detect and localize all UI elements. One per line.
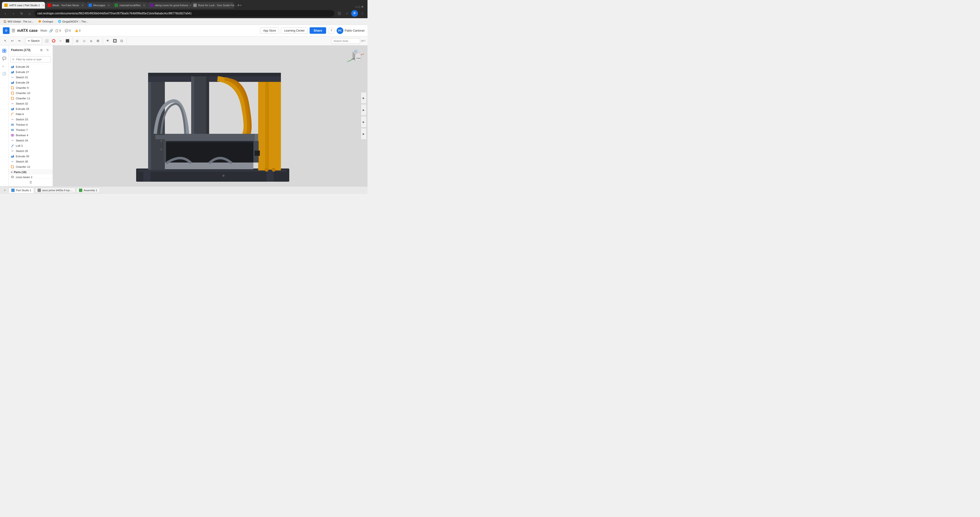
feature-item-sketch34[interactable]: ✏ Sketch 34	[9, 138, 52, 143]
home-button[interactable]: ⌂	[26, 10, 33, 17]
feature-item-sketch35[interactable]: ✏ Sketch 35	[9, 148, 52, 154]
tool-cylinder[interactable]: ⭕	[50, 38, 57, 44]
parts-section-header[interactable]: ▼ Parts (18)	[9, 169, 52, 174]
close-btn[interactable]: ✕	[361, 5, 364, 9]
tool-fillet[interactable]: ◎	[74, 38, 81, 44]
feature-item-extrude27[interactable]: Extrude 27	[9, 69, 52, 75]
profile-btn[interactable]: P	[351, 10, 358, 17]
feature-item-extrude29[interactable]: Extrude 29	[9, 80, 52, 85]
svg-marker-10	[13, 81, 14, 84]
tool-select[interactable]: ↖	[2, 38, 9, 44]
view-cube[interactable]: Z X Y Left Front	[345, 48, 364, 67]
tool-pattern[interactable]: ⊞	[95, 38, 102, 44]
right-panel-btn-3[interactable]: ▶	[361, 116, 366, 128]
feature-filter-input[interactable]	[11, 56, 51, 62]
svg-marker-8	[13, 70, 14, 73]
feature-item-chamfer12[interactable]: Chamfer 12	[9, 164, 52, 169]
right-panel-btn-2[interactable]: ▶	[361, 104, 366, 116]
refresh-button[interactable]: ↻	[18, 10, 25, 17]
feature-panel-collapse-btn[interactable]: ☰	[28, 180, 33, 185]
link-icon[interactable]: 🔗	[49, 29, 53, 33]
feature-item-sketch32[interactable]: ✏ Sketch 32	[9, 101, 52, 106]
tab-close-4[interactable]: ✕	[143, 4, 145, 7]
address-input[interactable]	[35, 10, 334, 17]
menu-btn[interactable]: ⋮	[359, 10, 366, 17]
base-detail-left	[143, 170, 151, 182]
sidebar-icon-history[interactable]: 🕐	[1, 70, 8, 77]
tab-close-2[interactable]: ✕	[81, 4, 83, 7]
bookmark-ginga[interactable]: 🌐 GingaDADDY :: The...	[56, 19, 89, 24]
sidebar-icon-chat[interactable]: 💬	[1, 55, 8, 62]
tool-view2[interactable]: 🔲	[111, 38, 118, 44]
sidebar-icon-variables[interactable]: 𝑥	[1, 63, 8, 69]
feature-item-fillet6[interactable]: Fillet 6	[9, 112, 52, 117]
search-tools-input[interactable]	[331, 38, 360, 44]
tool-extrude[interactable]: ⬛	[64, 38, 71, 44]
feature-item-extrude30[interactable]: Extrude 30	[9, 154, 52, 159]
bookmark-msi[interactable]: 🏠 MSI Global - The Le...	[2, 19, 35, 24]
tool-undo[interactable]: ↩	[9, 38, 16, 44]
feature-item-thicken6[interactable]: Thicken 6	[9, 122, 52, 127]
tool-sphere[interactable]: ○	[57, 38, 64, 44]
bolt-1	[160, 140, 162, 142]
extensions-btn[interactable]: ⬛	[336, 10, 343, 17]
feature-item-extrude28[interactable]: Extrude 28	[9, 106, 52, 112]
feature-item-sketch36[interactable]: ✏ Sketch 36	[9, 159, 52, 164]
feature-item-chamfer9[interactable]: Chamfer 9	[9, 85, 52, 91]
app-store-button[interactable]: App Store	[260, 27, 279, 34]
tool-cube[interactable]: ⬜	[43, 38, 50, 44]
tool-view3[interactable]: ⊡	[118, 38, 125, 44]
viewport[interactable]: Z X Y Left Front ▶ ▶ ▶ ▶	[53, 45, 368, 186]
tab-messages[interactable]: Messages ✕	[86, 2, 112, 9]
bookmark-btn[interactable]: ☆	[344, 10, 350, 17]
feature-refresh-btn[interactable]: ↻	[45, 47, 50, 53]
sidebar-icon-features[interactable]	[1, 47, 8, 54]
back-button[interactable]: ‹	[2, 10, 9, 17]
tab-mainsail[interactable]: mainsail.local/files ✕	[112, 2, 147, 9]
bottom-tab-assembly1[interactable]: Assembly 1	[76, 188, 100, 193]
likes-stat: 👍 0	[75, 29, 81, 32]
tab-rune-luck[interactable]: Rune for Luck - Your Guide For ... ✕	[191, 2, 234, 9]
tab-youtube-music[interactable]: Bleak - YouTube Music ✕	[45, 2, 86, 9]
tab-matx-case[interactable]: mATX case | Part Studio 1 ✕	[2, 2, 45, 9]
new-tab-button[interactable]: +	[235, 2, 242, 9]
tab-viking-runes[interactable]: viking runes for good fortune - C... ✕	[148, 2, 191, 9]
maximize-btn[interactable]: □	[358, 5, 360, 9]
help-button[interactable]: ?	[328, 27, 335, 34]
svg-rect-3	[5, 51, 6, 53]
feature-panel: Features (173) ⊞ ↻ ⚙ Extrude 26	[9, 45, 53, 186]
right-panel-btn-4[interactable]: ▶	[361, 128, 366, 140]
feature-expand-all-btn[interactable]: ⊞	[39, 47, 44, 53]
feature-item-chamfer11[interactable]: Chamfer 11	[9, 96, 52, 101]
feature-item-sketch31[interactable]: ✏ Sketch 31	[9, 75, 52, 80]
minimize-btn[interactable]: ─	[355, 5, 357, 9]
tab-bar: mATX case | Part Studio 1 ✕ Bleak - YouT…	[0, 0, 368, 9]
bookmark-onshape[interactable]: 🔶 Onshape	[37, 19, 54, 24]
tool-view1[interactable]: 👁	[105, 38, 111, 44]
part-item-crossbeam2[interactable]: cross beam 2	[9, 174, 52, 178]
right-panel-btn-1[interactable]: ▶	[361, 92, 366, 104]
hamburger-menu[interactable]: ☰	[11, 28, 15, 33]
feature-item-loft3[interactable]: Loft 3	[9, 143, 52, 148]
bottom-tab-asusprime[interactable]: asus prime b450a II top ...	[35, 188, 75, 193]
learning-center-button[interactable]: Learning Center	[281, 27, 308, 34]
feature-item-chamfer10[interactable]: Chamfer 10	[9, 91, 52, 96]
bookmark-msi-label: MSI Global - The Le...	[8, 20, 33, 23]
feature-item-label-chamfer10: Chamfer 10	[16, 92, 30, 94]
comments-stat: 💬 0	[65, 29, 71, 32]
bottom-tab-partstudio1[interactable]: Part Studio 1	[9, 188, 34, 193]
tab-close-1[interactable]: ✕	[42, 4, 44, 7]
feature-item-extrude26[interactable]: Extrude 26	[9, 64, 52, 69]
tool-mirror[interactable]: ⧅	[88, 38, 94, 44]
tool-chamfer[interactable]: ◇	[81, 38, 88, 44]
forward-button[interactable]: ›	[10, 10, 17, 17]
add-tab-button[interactable]: +	[2, 187, 8, 193]
feature-item-label-sketch34: Sketch 34	[16, 139, 28, 142]
feature-item-boolean4[interactable]: Boolean 4	[9, 132, 52, 138]
feature-item-thicken7[interactable]: Thicken 7	[9, 127, 52, 132]
feature-item-sketch33[interactable]: ✏ Sketch 33	[9, 117, 52, 122]
tool-redo[interactable]: ↪	[16, 38, 22, 44]
share-button[interactable]: Share	[310, 27, 326, 34]
tab-close-3[interactable]: ✕	[108, 4, 110, 7]
sketch-button[interactable]: ✏ Sketch	[25, 38, 42, 44]
